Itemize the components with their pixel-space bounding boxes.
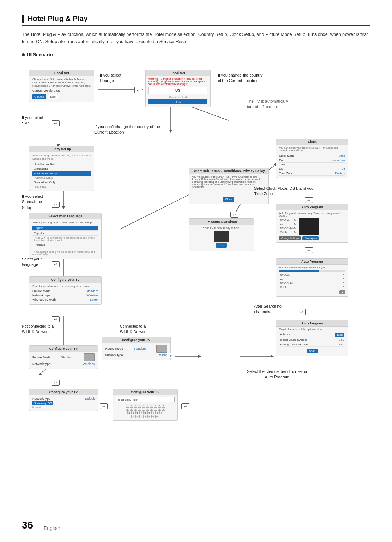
select-language-panel: Select your Language Select your languag… [29, 213, 102, 259]
config-bl-note: Network [32, 406, 95, 408]
kb-key[interactable]: 6 [146, 404, 149, 407]
change-button[interactable]: Change [32, 94, 46, 99]
kb-key[interactable]: f [139, 411, 143, 414]
channel-antenna-row: Antenna Both [279, 332, 345, 337]
kb-key[interactable]: 8 [154, 404, 157, 407]
kb-key[interactable]: j [151, 411, 155, 414]
auto-prog-3-desc: To get channels, set the options below. [279, 328, 345, 330]
tv-complete-title: TV Setup Complete! [189, 219, 254, 225]
kb-key[interactable]: n [151, 415, 155, 418]
scan-again-btn[interactable]: Scan Again [302, 236, 319, 240]
kb-key[interactable]: m [155, 415, 159, 418]
auto-dtv-cable: DTV Cable 0 [279, 226, 297, 230]
kb-key[interactable]: 0 [162, 404, 165, 407]
svg-line-1 [189, 106, 229, 120]
enter-arrow-wd-config: ↵ [167, 353, 175, 358]
scenario-label: UI Scenario [22, 52, 370, 57]
channel-analog-row: Analog Cable System STD [279, 342, 345, 347]
kb-key[interactable]: v [143, 415, 147, 418]
kb-key[interactable]: 4 [138, 404, 141, 407]
skip-button[interactable]: Skip [48, 94, 58, 99]
kb-key[interactable]: 7 [150, 404, 153, 407]
kb-key[interactable]: a [127, 411, 131, 414]
kb-key[interactable]: w [130, 407, 133, 411]
anno-standalone: If you select Standalone Setup [22, 194, 43, 210]
kb-key[interactable]: 3 [134, 404, 137, 407]
select-lang-instr: Select your language to start the on-scr… [32, 221, 98, 224]
anno-not-wired: Not connected to a WIRED Network [22, 324, 54, 335]
ok-button[interactable]: OK [216, 243, 227, 248]
enter-arrow-searching: ↵ [298, 309, 306, 315]
channel-digital-row: Digital Cable System STD [279, 337, 345, 342]
anno-if-select-change: If you select Change [100, 73, 121, 84]
easy-setup-title: Easy Set up [29, 146, 94, 152]
auto-program-2-panel: Auto Program Auto Program is finding cha… [276, 258, 348, 297]
auto-program-1-panel: Auto Program Auto Program is now running… [276, 204, 348, 243]
kb-key[interactable]: s [131, 411, 135, 414]
kb-key[interactable]: o [158, 407, 161, 411]
select-lang-title: Select your Language [29, 213, 101, 219]
anno-after-searching: After Searching channels. [254, 304, 282, 315]
kb-key[interactable]: h [147, 411, 151, 414]
lang-francais[interactable]: Français [32, 242, 98, 247]
configure-bottom-left-panel: Configure your TV Network type Default S… [29, 389, 98, 411]
auto-prog-3-title: Auto Program [276, 320, 348, 327]
kb-key[interactable]: 9 [158, 404, 161, 407]
configure-tv-panel: Configure your TV Select your informatio… [29, 276, 102, 305]
kb-key[interactable]: g [143, 411, 147, 414]
kb-key[interactable]: p [162, 407, 165, 411]
kb-key[interactable]: 5 [142, 404, 145, 407]
kb-key[interactable]: e [134, 407, 137, 411]
local-set-1-title: Local Set [29, 70, 94, 76]
enter-arrow-lang: ↵ [52, 261, 60, 267]
configure-wd-picture: Picture Mode Standard [105, 345, 167, 353]
config-kb-input: Enter SSID here [116, 397, 175, 402]
anno-change-country: If you change the country of the Current… [218, 73, 263, 84]
kb-key[interactable]: y [146, 407, 149, 411]
clock-date-row: Date -- / -- / ---- [279, 158, 345, 163]
configure-wd-title: Configure your TV [102, 337, 170, 343]
kb-key[interactable]: 1 [126, 404, 129, 407]
kb-key[interactable]: d [135, 411, 139, 414]
local-set-1-buttons: Change Skip [32, 94, 91, 99]
bullet-icon [22, 53, 25, 56]
kb-key[interactable]: q [126, 407, 129, 411]
tv-complete-msg: Your TV is now ready to use. [192, 226, 251, 230]
enter-arrow-kb: ↵ [181, 403, 189, 409]
kb-key[interactable]: r [138, 407, 141, 411]
standalone-setup: Standalone Setup [32, 171, 91, 176]
auto-air: Air 0 [279, 222, 297, 226]
easy-setup-panel: Easy Set up After the Plug & Play is fin… [29, 146, 94, 191]
auto2-stop: ■ [279, 290, 345, 294]
anno-no-change: If you don't change the country of the C… [94, 124, 160, 135]
auto2-dtv-cable: DTV Cable 0 [279, 281, 345, 285]
stop-btn[interactable]: ■ [339, 290, 345, 294]
kb-row-zxcv: z x c v b n m [116, 415, 175, 418]
scan-btn[interactable]: Scan [307, 349, 317, 353]
configure-network-row: Network type Wireless [32, 293, 98, 297]
kb-key[interactable]: 2 [130, 404, 133, 407]
kb-key[interactable]: i [154, 407, 157, 411]
kb-key[interactable]: b [147, 415, 151, 418]
change-settings-btn[interactable]: Change Settings [279, 236, 301, 240]
config-bl-device: Samsung_QS [32, 401, 95, 405]
kb-key[interactable]: k [155, 411, 159, 414]
kb-key[interactable]: x [135, 415, 139, 418]
kb-key[interactable]: u [150, 407, 153, 411]
configure-wd-network: Network type Wired [105, 353, 167, 357]
local-set-2-title: Local Set [146, 70, 210, 76]
auto-prog-3-btns: Scan [279, 349, 345, 353]
configure-wl-picture: Picture Mode Standard [32, 353, 95, 361]
kb-key[interactable]: t [142, 407, 145, 411]
lang-espanol[interactable]: Español [32, 231, 98, 236]
lang-english[interactable]: English [32, 226, 98, 231]
enter-arrow-autoprog1: ↵ [305, 247, 313, 253]
kb-row-qwerty: q w e r t y u i o p [116, 407, 175, 411]
standalone: Standalone [32, 167, 91, 171]
smart-hub-close-btn[interactable]: Close [223, 197, 234, 202]
kb-key[interactable]: l [159, 411, 163, 414]
kb-key[interactable]: z [131, 415, 135, 418]
smart-hub-title: Smart Hub Terms & Conditions, Privacy Po… [189, 168, 268, 174]
configure-wireless-panel: Configure your TV Picture Mode Standard … [29, 345, 98, 369]
kb-key[interactable]: c [139, 415, 143, 418]
